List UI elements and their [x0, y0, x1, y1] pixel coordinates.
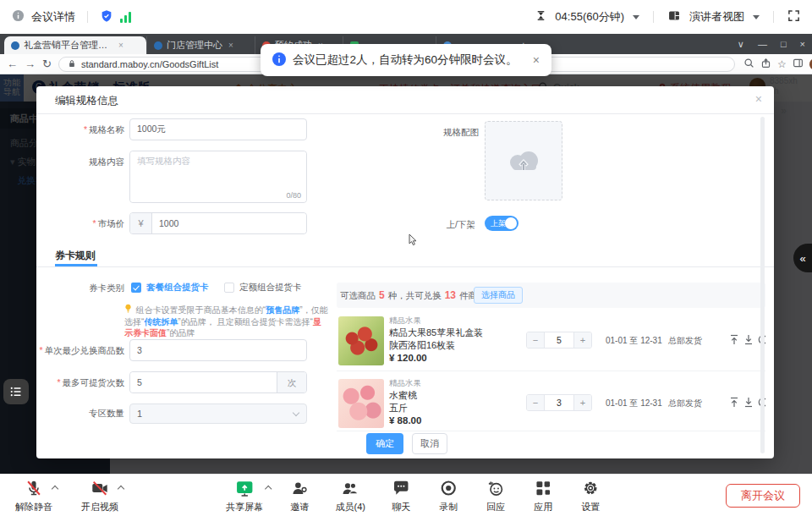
stepper-plus-button[interactable]: +: [574, 332, 591, 348]
leave-meeting-button[interactable]: 离开会议: [726, 484, 800, 508]
share-page-icon[interactable]: [760, 58, 771, 71]
product-image-peaches: [338, 379, 384, 428]
reactions-label: 回应: [486, 501, 505, 513]
back-icon[interactable]: ←: [7, 58, 18, 70]
apps-button[interactable]: 应用: [524, 479, 562, 513]
unmute-button[interactable]: 解除静音: [10, 479, 58, 513]
tab-close-icon[interactable]: ×: [228, 41, 233, 50]
video-options-chevron-icon[interactable]: [118, 486, 124, 492]
hint-text: ”的品牌: [167, 328, 195, 338]
forward-icon[interactable]: →: [25, 58, 36, 70]
hourglass-icon: [535, 9, 546, 25]
browser-tab-active[interactable]: 礼盒营销平台管理中心 ×: [4, 36, 146, 54]
spec-content-textarea[interactable]: [130, 151, 306, 202]
view-caret-icon[interactable]: [753, 15, 760, 19]
meeting-list-float-button[interactable]: [3, 379, 29, 404]
settings-button[interactable]: 设置: [572, 479, 609, 513]
price-input[interactable]: [152, 213, 306, 233]
checkbox-fixed-card-unchecked[interactable]: [224, 283, 234, 293]
product-brand: 精品水果: [389, 316, 421, 327]
stepper-minus-button[interactable]: −: [527, 332, 544, 348]
move-to-bottom-icon[interactable]: [743, 397, 754, 409]
toggle-state-label: 上架: [491, 216, 506, 231]
tab-card-rules[interactable]: 券卡规则: [55, 249, 96, 263]
char-counter: 0/80: [286, 191, 301, 200]
confirm-button[interactable]: 确定: [366, 433, 403, 454]
meeting-details-label[interactable]: 会议详情: [31, 9, 75, 25]
currency-prefix: ¥: [130, 213, 152, 233]
apps-grid-icon: [534, 479, 552, 500]
product-spec: 五斤: [389, 402, 408, 414]
product-row: 精品水果 精品大果85苹果礼盒装 陕西洛阳16枚装 ¥ 120.00 − 5 +…: [337, 311, 765, 371]
summary-count-items: 13: [445, 283, 456, 308]
modal-scrollbar[interactable]: [760, 117, 765, 453]
share-options-chevron-icon[interactable]: [265, 486, 272, 492]
zone-count-select[interactable]: 1: [129, 403, 307, 424]
spec-image-label: 规格配图: [391, 121, 479, 143]
max-pickup-input[interactable]: [130, 372, 270, 392]
stepper-minus-button[interactable]: −: [527, 395, 544, 410]
product-name: 水蜜桃: [389, 389, 417, 402]
product-date-range: 01-01 至 12-31: [606, 398, 662, 409]
zone-count-value: 1: [137, 409, 142, 419]
card-type-hint: 组合卡设置受限于商品基本信息的“预售品牌”，仅能选择“传统拆单”的品牌， 且定额…: [124, 304, 329, 339]
card-type-option2-label[interactable]: 定额组合提货卡: [239, 282, 302, 294]
timer-caret-icon[interactable]: [633, 15, 639, 19]
invite-label: 邀请: [290, 501, 309, 513]
move-to-top-icon[interactable]: [729, 334, 739, 347]
record-button[interactable]: 录制: [430, 479, 467, 513]
meeting-toolbar: 解除静音 开启视频 共享屏幕 邀请: [0, 474, 812, 516]
modal-title: 编辑规格信息: [55, 94, 118, 108]
security-shield-icon[interactable]: [100, 9, 113, 25]
choose-goods-button[interactable]: 选择商品: [474, 287, 523, 304]
zoom-page-icon[interactable]: [743, 58, 754, 71]
product-image-apples: [338, 316, 384, 365]
stepper-value[interactable]: 5: [544, 332, 574, 348]
zone-count-label: 专区数量: [36, 403, 124, 423]
info-icon[interactable]: [12, 9, 25, 25]
members-button[interactable]: 成员(4): [328, 479, 372, 513]
image-upload-dropzone[interactable]: [485, 121, 562, 200]
reactions-button[interactable]: 回应: [477, 479, 514, 513]
meeting-topbar: 会议详情 04:55(60分钟) 演讲者视图: [0, 0, 812, 34]
move-to-bottom-icon[interactable]: [743, 334, 754, 347]
min-exchange-input[interactable]: [129, 339, 307, 361]
network-signal-icon[interactable]: [120, 12, 131, 23]
meeting-app-window: 会议详情 04:55(60分钟) 演讲者视图: [0, 0, 812, 516]
share-screen-button[interactable]: 共享屏幕: [218, 479, 271, 513]
summary-count-kinds: 5: [379, 283, 385, 308]
stepper-plus-button[interactable]: +: [574, 395, 591, 410]
edit-spec-modal: 编辑规格信息 × *规格名称 规格内容 0/80 *市场价 ¥ 规格配图 上/下…: [36, 86, 774, 458]
modal-close-icon[interactable]: ×: [755, 92, 762, 106]
spec-name-input[interactable]: [129, 118, 307, 140]
browser-tab[interactable]: 门店管理中心 ×: [146, 36, 255, 54]
section-divider: [36, 266, 774, 267]
checkbox-combo-card-checked[interactable]: [131, 283, 141, 293]
card-type-option1-label[interactable]: 套餐组合提货卡: [146, 282, 209, 294]
reload-icon[interactable]: ↻: [42, 58, 52, 70]
tab-title: 礼盒营销平台管理中心: [24, 39, 112, 52]
mic-options-chevron-icon[interactable]: [52, 486, 58, 492]
shelf-toggle[interactable]: 上架: [485, 216, 518, 231]
product-delivery: 总部发货: [668, 398, 702, 409]
required-star: *: [39, 345, 42, 355]
move-to-top-icon[interactable]: [729, 397, 739, 409]
window-maximize-icon[interactable]: □: [781, 39, 787, 49]
invite-button[interactable]: 邀请: [281, 479, 318, 513]
cancel-button[interactable]: 取消: [412, 433, 447, 454]
window-close-icon[interactable]: ×: [800, 39, 805, 49]
start-video-button[interactable]: 开启视频: [76, 479, 123, 513]
fullscreen-icon[interactable]: [787, 9, 800, 25]
side-panel-icon[interactable]: [793, 58, 804, 71]
hint-traditional-split: 传统拆单: [144, 317, 178, 327]
view-mode-selector[interactable]: 演讲者视图: [689, 9, 744, 25]
tab-search-icon[interactable]: ∨: [738, 39, 744, 50]
chat-label: 聊天: [392, 501, 410, 513]
chat-button[interactable]: 聊天: [382, 479, 420, 513]
toast-close-icon[interactable]: ×: [533, 53, 540, 67]
tab-close-icon[interactable]: ×: [118, 41, 123, 50]
bookmark-star-icon[interactable]: ☆: [777, 58, 787, 70]
invite-person-icon: [290, 479, 309, 500]
stepper-value[interactable]: 3: [544, 395, 574, 410]
window-minimize-icon[interactable]: —: [758, 39, 767, 49]
